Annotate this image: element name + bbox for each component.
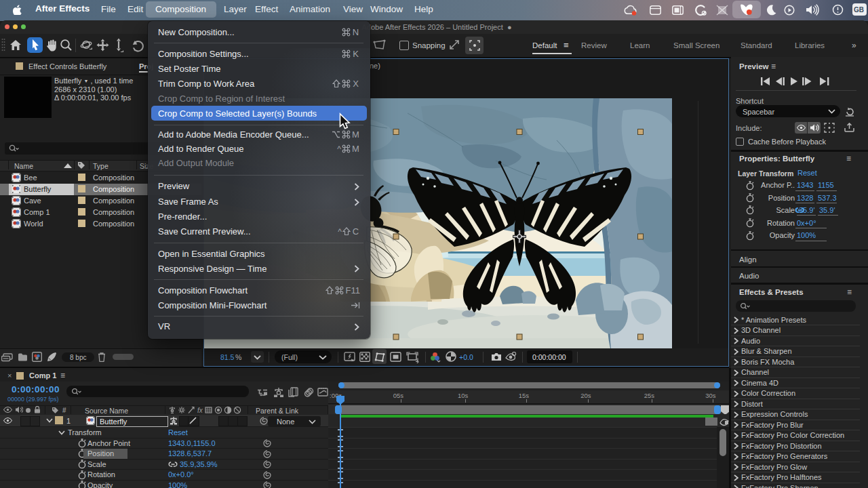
svg-text:fx: fx (197, 407, 203, 414)
